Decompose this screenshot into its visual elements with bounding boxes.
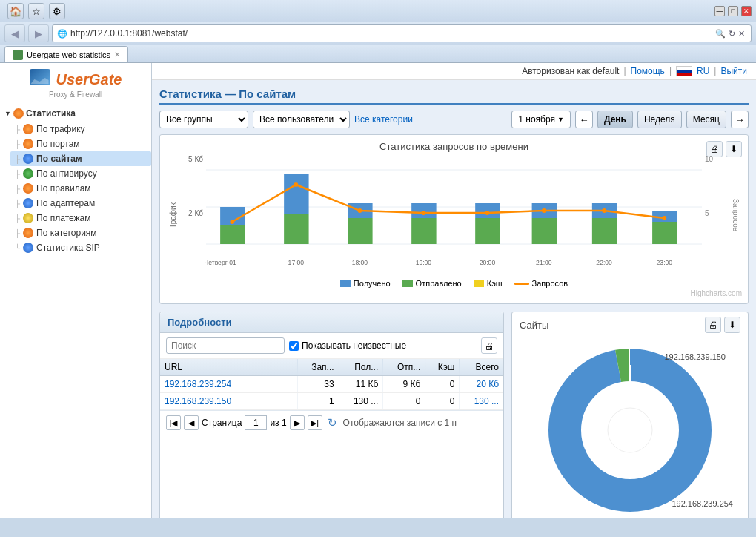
sidebar-item-antivirus[interactable]: ├ По антивирусу xyxy=(10,166,151,181)
cell-url-1: 192.168.239.254 xyxy=(160,376,297,393)
sidebar-item-rules[interactable]: ├ По правилам xyxy=(10,181,151,196)
next-page-btn[interactable]: ▶ xyxy=(290,415,305,430)
col-req: Зап... xyxy=(297,359,339,376)
details-print-btn[interactable]: 🖨 xyxy=(481,337,497,354)
sidebar-item-adapters[interactable]: ├ По адаптерам xyxy=(10,196,151,211)
main-chart-svg: Четверг 01 17:00 18:00 19:00 20:00 21:00… xyxy=(206,155,702,274)
sidebar-item-ports[interactable]: ├ По портам xyxy=(10,136,151,151)
sidebar-item-sip[interactable]: └ Статистика SIP xyxy=(10,240,151,255)
star-icon[interactable]: ☆ xyxy=(28,3,44,19)
prev-page-btn[interactable]: ◀ xyxy=(184,415,199,430)
col-url: URL xyxy=(160,359,297,376)
svg-text:23:00: 23:00 xyxy=(657,259,673,266)
lang-link[interactable]: RU xyxy=(697,66,709,76)
logo-name: UserGate xyxy=(56,71,122,88)
svg-text:22:00: 22:00 xyxy=(596,259,612,266)
show-unknown-label: Показывать неизвестные xyxy=(302,340,406,351)
last-page-btn[interactable]: ▶| xyxy=(308,415,322,430)
active-tab[interactable]: Usergate web statistics ✕ xyxy=(4,46,128,62)
refresh-btn[interactable]: ↻ xyxy=(325,415,340,430)
close-addr-icon[interactable]: ✕ xyxy=(738,29,745,39)
home-icon[interactable]: 🏠 xyxy=(7,3,24,19)
logout-link[interactable]: Выйти xyxy=(720,66,747,76)
forward-button[interactable]: ▶ xyxy=(28,24,49,42)
logo-sub: Proxy & Firewall xyxy=(49,90,102,99)
table-row[interactable]: 192.168.239.150 1 130 ... 0 0 130 ... xyxy=(160,393,503,410)
pie-download-btn[interactable]: ⬇ xyxy=(724,317,740,333)
svg-point-24 xyxy=(542,208,546,213)
pie-label-2: 192.168.239.254 xyxy=(672,499,733,508)
svg-point-26 xyxy=(662,216,666,220)
rules-icon xyxy=(23,183,33,194)
sidebar-item-categories[interactable]: ├ По категориям xyxy=(10,225,151,240)
tree-line: ├ xyxy=(15,155,20,163)
page-input[interactable] xyxy=(245,415,267,430)
col-recv: Пол... xyxy=(339,359,383,376)
day-period-btn[interactable]: День xyxy=(597,111,633,128)
sidebar: UserGate Proxy & Firewall ▼ Статистика ├… xyxy=(0,63,152,518)
search-addr-icon[interactable]: 🔍 xyxy=(715,29,726,39)
col-cache: Кэш xyxy=(425,359,460,376)
pie-svg xyxy=(548,349,712,512)
user-filter[interactable]: Все пользователи xyxy=(253,111,350,128)
minimize-button[interactable]: — xyxy=(714,6,725,16)
table-row[interactable]: 192.168.239.254 33 11 Кб 9 Кб 0 20 Кб xyxy=(160,376,503,393)
sidebar-section-statistics[interactable]: ▼ Статистика xyxy=(0,105,151,122)
svg-text:18:00: 18:00 xyxy=(352,259,368,266)
chart-credit: Highcharts.com xyxy=(166,289,742,297)
auth-separator3: | xyxy=(714,66,716,76)
auth-bar: Авторизован как default | Помощь | RU | … xyxy=(152,63,756,80)
date-selector[interactable]: 1 ноября ▼ xyxy=(511,111,571,128)
svg-rect-12 xyxy=(475,203,500,218)
back-button[interactable]: ◀ xyxy=(4,24,25,42)
chart-title: Статистика запросов по времени xyxy=(166,141,742,152)
month-period-btn[interactable]: Месяц xyxy=(686,111,726,128)
show-unknown-checkbox[interactable] xyxy=(289,341,299,351)
sidebar-item-label: По платежам xyxy=(36,213,90,223)
search-input[interactable] xyxy=(166,337,285,354)
expand-icon: ▼ xyxy=(4,110,11,117)
week-period-btn[interactable]: Неделя xyxy=(637,111,682,128)
tree-line: └ xyxy=(15,244,20,252)
prev-period-btn[interactable]: ← xyxy=(575,111,593,128)
category-filter-link[interactable]: Все категории xyxy=(354,114,413,125)
legend-sent: Отправлено xyxy=(402,279,462,288)
close-button[interactable]: ✕ xyxy=(741,6,752,16)
cell-cache-1: 0 xyxy=(425,376,460,393)
sidebar-item-payments[interactable]: ├ По платежам xyxy=(10,211,151,225)
svg-rect-7 xyxy=(348,218,372,244)
first-page-btn[interactable]: |◀ xyxy=(166,415,181,430)
sidebar-item-sites[interactable]: ├ По сайтам xyxy=(10,151,151,166)
sidebar-item-label: По категориям xyxy=(36,228,97,238)
help-link[interactable]: Помощь xyxy=(631,66,665,76)
tab-close-icon[interactable]: ✕ xyxy=(114,50,120,59)
settings-icon[interactable]: ⚙ xyxy=(49,3,65,19)
legend-cache: Кэш xyxy=(474,279,503,288)
cell-recv-1: 11 Кб xyxy=(339,376,383,393)
pie-print-btn[interactable]: 🖨 xyxy=(705,317,721,333)
y-axis: 5 Кб 2 Кб xyxy=(179,155,206,276)
refresh-addr-icon[interactable]: ↻ xyxy=(729,29,735,39)
sidebar-statistics-label: Статистика xyxy=(26,108,76,119)
address-text: http://127.0.0.1:8081/webstat/ xyxy=(70,28,714,39)
legend-requests: Запросов xyxy=(514,279,568,288)
svg-text:19:00: 19:00 xyxy=(416,259,432,266)
cell-req-2: 1 xyxy=(297,393,339,410)
pagination: |◀ ◀ Страница из 1 ▶ ▶| ↻ Отображаются з… xyxy=(160,410,503,435)
svg-text:20:00: 20:00 xyxy=(480,259,496,266)
svg-point-22 xyxy=(422,211,426,215)
auth-text: Авторизован как default xyxy=(522,66,619,76)
maximize-button[interactable]: □ xyxy=(728,6,738,16)
logo-area: UserGate Proxy & Firewall xyxy=(0,63,151,105)
show-unknown-checkbox-label[interactable]: Показывать неизвестные xyxy=(289,340,406,351)
address-bar[interactable]: 🌐 http://127.0.0.1:8081/webstat/ 🔍 ↻ ✕ xyxy=(52,24,752,42)
sidebar-item-traffic[interactable]: ├ По трафику xyxy=(10,122,151,136)
svg-rect-3 xyxy=(220,225,245,244)
categories-icon xyxy=(23,228,33,238)
sites-icon xyxy=(23,154,33,164)
sip-icon xyxy=(23,243,33,253)
group-filter[interactable]: Все группы xyxy=(159,111,248,128)
details-header: Подробности xyxy=(160,312,503,333)
next-period-btn[interactable]: → xyxy=(731,111,749,128)
y-axis-right-label: Запросов xyxy=(729,155,742,276)
